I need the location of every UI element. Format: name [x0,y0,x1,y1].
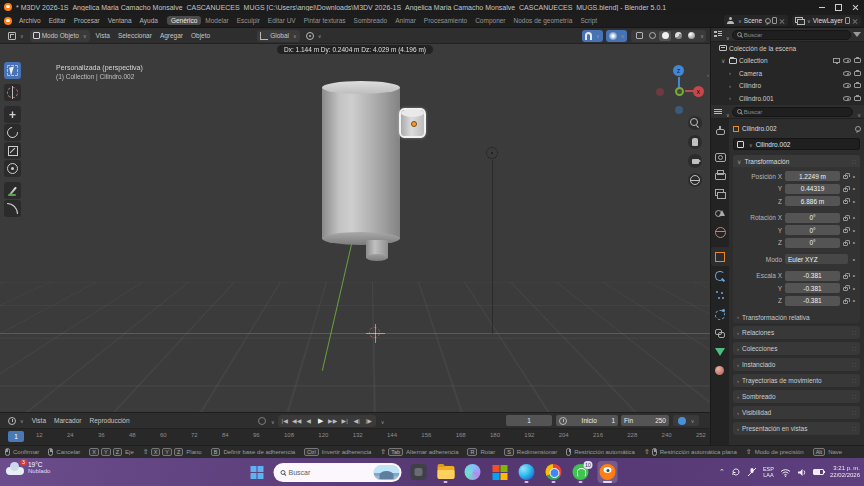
relative-transform-subpanel[interactable]: ›Transformación relativa [733,311,860,323]
topbar-menu[interactable]: Ventana [104,17,136,24]
frame-start-field[interactable]: Inicio1 [556,415,618,426]
collapsed-panel[interactable]: Relaciones∷ [733,326,860,339]
gizmo-negative-x-axis[interactable] [656,88,664,96]
start-button[interactable] [247,461,267,483]
snap-toggle[interactable] [582,30,603,42]
lock-icon[interactable] [843,217,848,221]
zoom-icon[interactable] [688,116,702,130]
lock-icon[interactable] [843,287,848,291]
properties-tab[interactable] [711,285,729,304]
expand-chevron-icon[interactable] [729,70,735,76]
topbar-menu[interactable]: Procesar [70,17,104,24]
transform-panel-header[interactable]: ∨Transformación∷ [733,155,860,167]
transform-value-slider[interactable]: -0.381 [785,296,840,306]
outliner-search-input[interactable]: Buscar [732,30,851,40]
taskbar-edge[interactable] [517,461,537,483]
point-light-object[interactable] [486,147,498,159]
shading-dropdown[interactable] [698,32,704,39]
maximize-button[interactable] [830,0,847,14]
properties-tab[interactable] [711,304,729,323]
outliner-editor-icon[interactable] [714,31,722,38]
animate-dot-icon[interactable]: • [851,198,857,205]
transform-value-slider[interactable]: -0.381 [785,271,840,281]
gizmo-y-axis[interactable] [675,87,684,96]
animate-dot-icon[interactable]: • [851,297,857,304]
transform-value-slider[interactable]: -0.381 [785,283,840,293]
view-layer-selector[interactable]: ViewLayer [792,15,861,26]
viewport-menu[interactable]: Seleccionar [114,32,156,39]
frame-end-field[interactable]: Fin250 [621,415,669,426]
taskbar-app-dark[interactable] [409,461,429,483]
auto-keying-toggle[interactable] [258,417,266,425]
properties-editor-icon[interactable] [714,108,722,115]
transform-value-slider[interactable]: 0° [785,238,840,248]
wifi-icon[interactable] [780,468,791,477]
workspace-tab[interactable]: Script [576,16,601,25]
disable-in-render-toggle[interactable] [854,96,861,101]
hide-in-viewport-toggle[interactable] [843,96,851,101]
topbar-menu[interactable]: Ayuda [136,17,162,24]
topbar-menu[interactable]: Archivo [15,17,45,24]
animate-dot-icon[interactable]: • [851,256,857,263]
clock-widget[interactable]: 3:21 p. m. 22/02/2026 [830,465,860,479]
viewport-menu[interactable]: Agregar [156,32,187,39]
hide-in-viewport-toggle[interactable] [843,71,851,76]
playhead[interactable]: 1 [8,431,24,442]
viewport-menu[interactable]: Vista [92,32,114,39]
gizmo-x-axis[interactable]: X [693,86,704,97]
workspace-tab[interactable]: Procesamiento [420,16,471,25]
playback-button[interactable]: ◀ [303,415,315,427]
transform-orientation-dropdown[interactable]: Global [257,30,299,42]
collapsed-panel[interactable]: Sombreado∷ [733,390,860,403]
playback-button[interactable]: ▶▶ [327,415,339,427]
perspective-toggle-icon[interactable] [688,173,702,187]
small-bottom-cylinder[interactable] [366,240,388,258]
workspace-tab[interactable]: Animar [391,16,420,25]
outliner-row[interactable]: Colección de la escena [711,42,864,55]
animate-dot-icon[interactable]: • [851,272,857,279]
select-box-tool[interactable] [4,62,21,79]
timeline-editor-type-dropdown[interactable] [5,415,27,427]
workspace-tab[interactable]: Esculpir [233,16,264,25]
pivot-point-dropdown[interactable] [303,30,325,42]
animate-dot-icon[interactable]: • [851,227,857,234]
battery-icon[interactable] [813,469,824,475]
pan-hand-icon[interactable] [688,135,702,149]
mic-muted-icon[interactable] [747,467,757,477]
expand-chevron-icon[interactable] [729,95,735,101]
workspace-tab[interactable]: Pintar texturas [300,16,350,25]
collapsed-panel[interactable]: Trayectorias de movimiento∷ [733,374,860,387]
lock-icon[interactable] [843,242,848,246]
taskbar-whatsapp[interactable]: 10 [571,461,591,483]
new-view-layer-icon[interactable] [845,17,850,24]
lock-icon[interactable] [843,229,848,233]
animate-dot-icon[interactable]: • [851,285,857,292]
region-collapse-arrow[interactable]: ‹ [707,72,709,78]
new-scene-icon[interactable] [772,17,777,24]
shading-solid-button[interactable] [659,31,671,41]
playback-button[interactable]: ◀| [351,415,363,427]
screen-exclude-icon[interactable] [833,58,840,63]
rotate-tool[interactable] [4,124,21,141]
weather-widget[interactable]: 3 19°C Nublado [6,461,50,475]
properties-search-input[interactable]: Buscar [732,107,854,117]
expand-chevron-icon[interactable] [721,57,727,64]
collapsed-panel[interactable]: Instanciado∷ [733,358,860,371]
close-button[interactable] [847,0,864,14]
properties-tab[interactable] [711,266,729,285]
hide-in-viewport-toggle[interactable] [843,83,851,88]
keying-dropdown[interactable] [269,418,275,425]
collapsed-panel[interactable]: Presentación en vistas∷ [733,422,860,435]
properties-tab[interactable] [711,203,729,222]
hide-in-viewport-toggle[interactable] [843,58,851,63]
properties-tab[interactable] [711,323,729,342]
cursor-tool[interactable] [4,84,21,101]
workspace-tab[interactable]: Sombreado [350,16,392,25]
expand-chevron-icon[interactable] [729,83,735,89]
taskbar-file-explorer[interactable] [436,461,456,483]
transform-value-slider[interactable]: 0.44319 [785,184,840,194]
transform-value-slider[interactable]: 0° [785,225,840,235]
playback-button[interactable]: ▶| [339,415,351,427]
gizmo-z-axis[interactable]: Z [673,65,684,76]
disable-in-render-toggle[interactable] [854,58,861,63]
